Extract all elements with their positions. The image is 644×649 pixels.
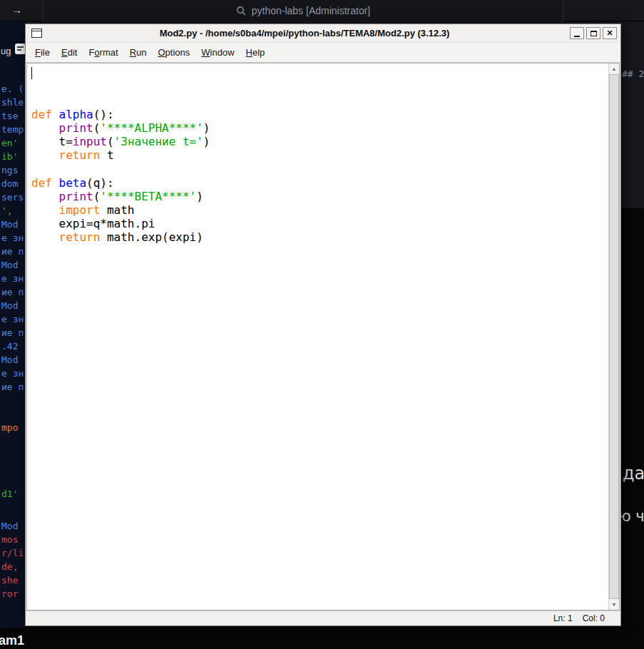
menu-window[interactable]: Window [195,44,240,61]
code-line: def beta(q): [31,176,607,190]
background-shell-fragment: е зн [1,368,24,379]
scrollbar-track[interactable] [609,74,619,599]
background-shell-fragment: Mod [1,219,18,230]
background-shell-fragment: Mod [1,300,18,311]
vertical-scrollbar[interactable]: ▲ ▼ [608,63,619,610]
window-controls: ✕ [568,27,617,39]
text-cursor [31,67,32,79]
code-line: print('****BETA****') [31,190,607,203]
background-shell-fragment: ror [1,588,18,599]
terminal-search-label: python-labs [Administrator] [252,5,371,16]
menu-help[interactable]: Help [240,44,271,61]
scroll-up-button[interactable]: ▲ [609,63,619,74]
code-line: expi=q*math.pi [31,217,607,230]
background-shell-fragment: Mod [1,354,18,365]
window-title: Mod2.py - /home/s0ba4/mpei/python-labs/T… [44,28,565,39]
status-col-indicator: Col: 0 [583,613,605,623]
status-line-indicator: Ln: 1 [553,613,573,623]
code-editor[interactable]: def alpha(): print('****ALPHA****') t=in… [27,63,608,610]
menu-options[interactable]: Options [152,44,195,61]
background-shell-fragment: ие п [1,382,24,392]
menu-edit[interactable]: Edit [56,44,83,61]
background-shell-fragment: ие п [1,246,24,257]
menu-run[interactable]: Run [124,44,153,61]
scrollbar-thumb[interactable] [609,74,619,599]
background-shell-fragment: е зн [1,314,24,324]
window-icon [31,29,42,38]
background-shell-fragment: e. ( [1,83,24,94]
code-line: return math.exp(expi) [31,230,607,244]
background-shell-strip: ug e. (shlеtsetempen'ib'ngsdomsers',Modе… [0,21,25,628]
status-bar: Ln: 1 Col: 0 [26,610,620,625]
background-shell-fragment: Mod [1,260,18,270]
close-icon: ✕ [606,29,613,37]
minimize-button[interactable] [570,27,584,39]
scroll-down-button[interactable]: ▼ [609,599,619,610]
background-shell-fragment: ngs [1,165,18,175]
menu-format[interactable]: Format [83,44,123,61]
search-icon [236,6,246,16]
background-right-fragment: ю ч [618,508,644,525]
code-line: import math [31,203,607,217]
background-right-fragment: ## 2 [622,68,644,79]
maximize-button[interactable] [586,27,600,39]
code-line: print('****ALPHA****') [31,121,607,135]
code-line: def alpha(): [31,108,607,121]
background-shell-fragment: е зн [1,232,24,243]
background-shell-fragment: ib' [1,151,18,162]
background-shell-fragment: Mod [1,521,18,531]
code-line: return t [31,148,607,162]
desktop: → python-labs [Administrator] ug e. (shl… [0,0,644,649]
background-shell-fragment: shlе [1,97,24,108]
maximize-icon [591,31,597,36]
background-taskbar-text: am1 [0,633,24,648]
terminal-search-tab[interactable]: python-labs [Administrator] [43,0,563,21]
background-shell-fragment: ие п [1,327,24,338]
background-shell-fragment: mpo [1,422,18,433]
background-shell-fragment: en' [1,138,18,148]
background-shell-fragment: ', [1,205,13,216]
code-line [31,162,607,175]
background-shell-fragment: dom [1,178,18,189]
background-shell-fragment: tse [1,111,18,121]
background-shell-fragment: mos [1,534,18,545]
editor-frame: def alpha(): print('****ALPHA****') t=in… [26,63,620,610]
background-shell-fragment: shе [1,575,18,586]
terminal-title-bar: → python-labs [Administrator] [0,0,644,21]
background-shell-fragment: d1' [1,489,18,499]
background-shell-fragment: sers [1,192,24,203]
background-shell-fragment: ие п [1,287,24,297]
menu-bar: FileEditFormatRunOptionsWindowHelp [26,42,620,63]
close-button[interactable]: ✕ [603,27,617,39]
background-shell-fragment: .42 [1,341,18,352]
background-shell-fragment: de, [1,561,18,572]
background-right-fragment: да [623,464,644,484]
background-app-icon [15,44,25,54]
minimize-icon [574,36,580,37]
window-title-bar[interactable]: Mod2.py - /home/s0ba4/mpei/python-labs/T… [26,24,620,42]
menu-file[interactable]: File [29,44,56,61]
background-shell-fragment: r/li [1,548,24,558]
code-line: t=input('Значение t=') [31,135,607,148]
forward-arrow-icon[interactable]: → [11,4,22,16]
background-shell-fragment: temp [1,124,24,135]
code-lines: def alpha(): print('****ALPHA****') t=in… [31,108,607,245]
background-menu-fragment: ug [1,46,11,56]
idle-editor-window: Mod2.py - /home/s0ba4/mpei/python-labs/T… [25,24,621,626]
background-shell-fragment: е зн [1,273,24,284]
